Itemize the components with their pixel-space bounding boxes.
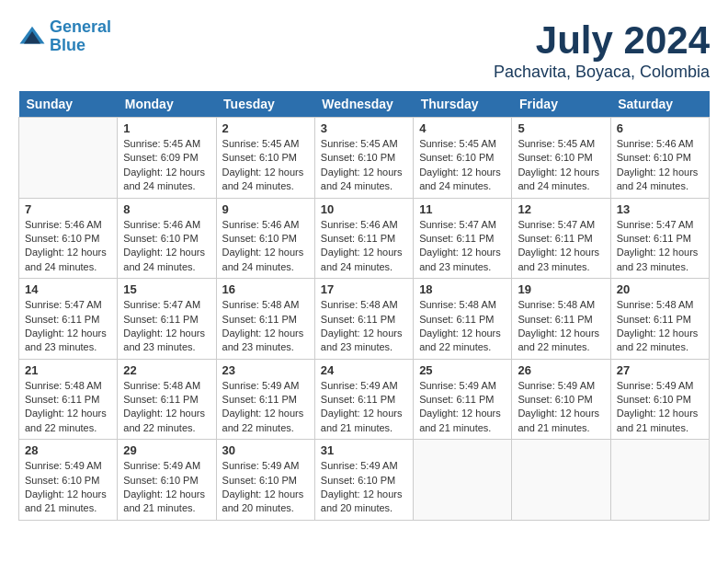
day-cell-26: 26Sunrise: 5:49 AMSunset: 6:10 PMDayligh… <box>512 359 610 440</box>
day-number: 7 <box>25 202 111 216</box>
day-cell-23: 23Sunrise: 5:49 AMSunset: 6:11 PMDayligh… <box>216 359 314 440</box>
day-number: 18 <box>419 282 506 296</box>
day-cell-8: 8Sunrise: 5:46 AMSunset: 6:10 PMDaylight… <box>118 198 216 279</box>
day-cell-2: 2Sunrise: 5:45 AMSunset: 6:10 PMDaylight… <box>216 118 314 199</box>
day-number: 30 <box>222 443 309 457</box>
day-info: Sunrise: 5:48 AMSunset: 6:11 PMDaylight:… <box>222 298 309 355</box>
day-info: Sunrise: 5:48 AMSunset: 6:11 PMDaylight:… <box>321 298 407 355</box>
day-number: 19 <box>518 282 604 296</box>
day-info: Sunrise: 5:47 AMSunset: 6:11 PMDaylight:… <box>617 218 703 275</box>
day-number: 9 <box>222 202 309 216</box>
day-number: 5 <box>518 121 604 135</box>
day-cell-12: 12Sunrise: 5:47 AMSunset: 6:11 PMDayligh… <box>512 198 610 279</box>
day-cell-30: 30Sunrise: 5:49 AMSunset: 6:10 PMDayligh… <box>216 440 314 521</box>
day-info: Sunrise: 5:45 AMSunset: 6:10 PMDaylight:… <box>222 137 309 194</box>
day-info: Sunrise: 5:45 AMSunset: 6:10 PMDaylight:… <box>518 137 604 194</box>
calendar-table: SundayMondayTuesdayWednesdayThursdayFrid… <box>18 91 710 521</box>
day-number: 23 <box>222 363 309 377</box>
logo-text: General Blue <box>50 18 111 55</box>
day-info: Sunrise: 5:49 AMSunset: 6:10 PMDaylight:… <box>321 459 407 516</box>
day-info: Sunrise: 5:45 AMSunset: 6:09 PMDaylight:… <box>123 137 210 194</box>
day-number: 20 <box>617 282 703 296</box>
day-info: Sunrise: 5:49 AMSunset: 6:11 PMDaylight:… <box>321 379 407 436</box>
day-number: 14 <box>25 282 111 296</box>
day-number: 6 <box>617 121 703 135</box>
day-info: Sunrise: 5:46 AMSunset: 6:10 PMDaylight:… <box>25 218 111 275</box>
day-cell-9: 9Sunrise: 5:46 AMSunset: 6:10 PMDaylight… <box>216 198 314 279</box>
week-row-4: 21Sunrise: 5:48 AMSunset: 6:11 PMDayligh… <box>19 359 710 440</box>
day-cell-28: 28Sunrise: 5:49 AMSunset: 6:10 PMDayligh… <box>19 440 118 521</box>
day-cell-17: 17Sunrise: 5:48 AMSunset: 6:11 PMDayligh… <box>314 279 413 360</box>
day-number: 13 <box>617 202 703 216</box>
week-row-1: 1Sunrise: 5:45 AMSunset: 6:09 PMDaylight… <box>19 118 710 199</box>
header-row: SundayMondayTuesdayWednesdayThursdayFrid… <box>19 91 710 118</box>
logo-icon <box>18 23 46 51</box>
day-number: 28 <box>25 443 111 457</box>
day-number: 1 <box>123 121 210 135</box>
day-cell-5: 5Sunrise: 5:45 AMSunset: 6:10 PMDaylight… <box>512 118 610 199</box>
day-cell-4: 4Sunrise: 5:45 AMSunset: 6:10 PMDaylight… <box>414 118 512 199</box>
day-info: Sunrise: 5:47 AMSunset: 6:11 PMDaylight:… <box>123 298 210 355</box>
week-row-5: 28Sunrise: 5:49 AMSunset: 6:10 PMDayligh… <box>19 440 710 521</box>
day-info: Sunrise: 5:49 AMSunset: 6:10 PMDaylight:… <box>617 379 703 436</box>
day-info: Sunrise: 5:49 AMSunset: 6:10 PMDaylight:… <box>222 459 309 516</box>
day-info: Sunrise: 5:46 AMSunset: 6:10 PMDaylight:… <box>123 218 210 275</box>
day-number: 4 <box>419 121 506 135</box>
day-number: 8 <box>123 202 210 216</box>
day-info: Sunrise: 5:49 AMSunset: 6:10 PMDaylight:… <box>518 379 604 436</box>
day-cell-7: 7Sunrise: 5:46 AMSunset: 6:10 PMDaylight… <box>19 198 118 279</box>
header-thursday: Thursday <box>414 91 512 118</box>
day-cell-15: 15Sunrise: 5:47 AMSunset: 6:11 PMDayligh… <box>118 279 216 360</box>
day-cell-1: 1Sunrise: 5:45 AMSunset: 6:09 PMDaylight… <box>118 118 216 199</box>
day-cell-29: 29Sunrise: 5:49 AMSunset: 6:10 PMDayligh… <box>118 440 216 521</box>
header-wednesday: Wednesday <box>314 91 413 118</box>
day-info: Sunrise: 5:48 AMSunset: 6:11 PMDaylight:… <box>123 379 210 436</box>
day-number: 21 <box>25 363 111 377</box>
day-cell-20: 20Sunrise: 5:48 AMSunset: 6:11 PMDayligh… <box>610 279 709 360</box>
header-monday: Monday <box>118 91 216 118</box>
day-number: 10 <box>321 202 407 216</box>
day-number: 15 <box>123 282 210 296</box>
day-cell-13: 13Sunrise: 5:47 AMSunset: 6:11 PMDayligh… <box>610 198 709 279</box>
day-cell-27: 27Sunrise: 5:49 AMSunset: 6:10 PMDayligh… <box>610 359 709 440</box>
day-cell-6: 6Sunrise: 5:46 AMSunset: 6:10 PMDaylight… <box>610 118 709 199</box>
day-number: 2 <box>222 121 309 135</box>
day-number: 25 <box>419 363 506 377</box>
header-friday: Friday <box>512 91 610 118</box>
day-info: Sunrise: 5:46 AMSunset: 6:10 PMDaylight:… <box>222 218 309 275</box>
day-info: Sunrise: 5:48 AMSunset: 6:11 PMDaylight:… <box>518 298 604 355</box>
day-number: 24 <box>321 363 407 377</box>
day-cell-24: 24Sunrise: 5:49 AMSunset: 6:11 PMDayligh… <box>314 359 413 440</box>
day-info: Sunrise: 5:46 AMSunset: 6:11 PMDaylight:… <box>321 218 407 275</box>
day-cell-14: 14Sunrise: 5:47 AMSunset: 6:11 PMDayligh… <box>19 279 118 360</box>
day-number: 27 <box>617 363 703 377</box>
day-cell-31: 31Sunrise: 5:49 AMSunset: 6:10 PMDayligh… <box>314 440 413 521</box>
day-number: 29 <box>123 443 210 457</box>
location: Pachavita, Boyaca, Colombia <box>494 63 710 82</box>
empty-cell <box>512 440 610 521</box>
page-header: General Blue July 2024 Pachavita, Boyaca… <box>18 18 710 82</box>
day-number: 31 <box>321 443 407 457</box>
day-info: Sunrise: 5:45 AMSunset: 6:10 PMDaylight:… <box>419 137 506 194</box>
day-cell-18: 18Sunrise: 5:48 AMSunset: 6:11 PMDayligh… <box>414 279 512 360</box>
day-info: Sunrise: 5:48 AMSunset: 6:11 PMDaylight:… <box>617 298 703 355</box>
day-cell-25: 25Sunrise: 5:49 AMSunset: 6:11 PMDayligh… <box>414 359 512 440</box>
day-info: Sunrise: 5:47 AMSunset: 6:11 PMDaylight:… <box>518 218 604 275</box>
day-info: Sunrise: 5:47 AMSunset: 6:11 PMDaylight:… <box>419 218 506 275</box>
day-info: Sunrise: 5:48 AMSunset: 6:11 PMDaylight:… <box>419 298 506 355</box>
week-row-2: 7Sunrise: 5:46 AMSunset: 6:10 PMDaylight… <box>19 198 710 279</box>
day-info: Sunrise: 5:49 AMSunset: 6:10 PMDaylight:… <box>25 459 111 516</box>
header-sunday: Sunday <box>19 91 118 118</box>
empty-cell <box>19 118 118 199</box>
day-info: Sunrise: 5:47 AMSunset: 6:11 PMDaylight:… <box>25 298 111 355</box>
day-info: Sunrise: 5:49 AMSunset: 6:11 PMDaylight:… <box>419 379 506 436</box>
day-cell-19: 19Sunrise: 5:48 AMSunset: 6:11 PMDayligh… <box>512 279 610 360</box>
day-cell-21: 21Sunrise: 5:48 AMSunset: 6:11 PMDayligh… <box>19 359 118 440</box>
day-number: 3 <box>321 121 407 135</box>
day-number: 17 <box>321 282 407 296</box>
empty-cell <box>414 440 512 521</box>
day-info: Sunrise: 5:46 AMSunset: 6:10 PMDaylight:… <box>617 137 703 194</box>
day-info: Sunrise: 5:48 AMSunset: 6:11 PMDaylight:… <box>25 379 111 436</box>
day-number: 11 <box>419 202 506 216</box>
month-year: July 2024 <box>494 18 710 63</box>
